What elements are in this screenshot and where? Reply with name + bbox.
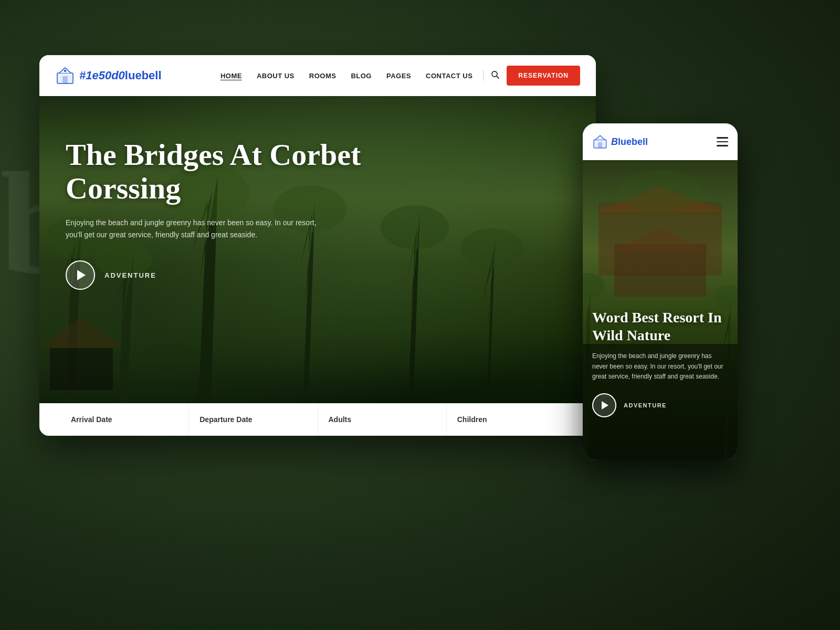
svg-rect-1	[62, 76, 68, 83]
hero-content: The Bridges At Corbet Corssing Enjoying …	[66, 138, 381, 290]
nav-item-about[interactable]: ABOUT US	[257, 71, 295, 80]
hero-title: The Bridges At Corbet Corssing	[66, 138, 381, 205]
mobile-hero-subtitle: Enjoying the beach and jungle greenry ha…	[592, 351, 728, 382]
play-button[interactable]	[66, 260, 95, 290]
svg-rect-13	[598, 142, 602, 148]
mobile-logo-blue: B	[611, 136, 618, 147]
nav-item-pages[interactable]: PAGES	[386, 71, 411, 80]
mobile-logo-rest: luebell	[618, 136, 648, 147]
logo-blue-letter: #1e50d0	[79, 69, 125, 82]
nav-divider	[483, 70, 484, 81]
adventure-label: ADVENTURE	[104, 271, 156, 279]
mobile-logo-text: Bluebell	[611, 136, 648, 148]
hamburger-menu[interactable]	[717, 137, 728, 146]
mobile-logo[interactable]: Bluebell	[592, 134, 648, 150]
mobile-hero-title: Word Best Resort In Wild Nature	[592, 309, 728, 344]
desktop-nav-links: HOME ABOUT US ROOMS BLOG PAGES CONTACT U…	[220, 71, 472, 80]
play-button-row: ADVENTURE	[66, 260, 381, 290]
children-field[interactable]: Children	[447, 403, 575, 436]
hamburger-line-3	[717, 145, 728, 146]
hero-subtitle: Enjoying the beach and jungle greenry ha…	[66, 217, 328, 242]
mobile-hero: Word Best Resort In Wild Nature Enjoying…	[583, 160, 738, 459]
logo-icon	[55, 66, 75, 86]
desktop-logo[interactable]: #1e50d0luebell	[55, 66, 162, 86]
search-icon[interactable]	[491, 70, 499, 81]
booking-bar: Arrival Date Departure Date Adults Child…	[39, 403, 596, 436]
svg-point-17	[714, 285, 738, 308]
nav-item-contact[interactable]: CONTACT US	[426, 71, 472, 80]
nav-link-blog[interactable]: BLOG	[351, 72, 372, 80]
reservation-button[interactable]: RESERVATION	[507, 66, 580, 86]
departure-date-field[interactable]: Departure Date	[189, 403, 318, 436]
desktop-mockup: #1e50d0luebell HOME ABOUT US ROOMS BLOG …	[39, 55, 596, 436]
hamburger-line-2	[717, 141, 728, 143]
play-icon	[77, 270, 86, 280]
desktop-hero: The Bridges At Corbet Corssing Enjoying …	[39, 96, 596, 436]
svg-line-4	[497, 76, 499, 78]
mobile-navbar: Bluebell	[583, 123, 738, 160]
mobile-play-icon	[602, 401, 608, 410]
nav-item-rooms[interactable]: ROOMS	[309, 71, 337, 80]
svg-point-16	[583, 273, 605, 299]
mobile-play-row: ADVENTURE	[592, 393, 728, 417]
desktop-navbar: #1e50d0luebell HOME ABOUT US ROOMS BLOG …	[39, 55, 596, 96]
logo-rest: luebell	[125, 69, 162, 82]
nav-link-pages[interactable]: PAGES	[386, 72, 411, 80]
nav-item-home[interactable]: HOME	[220, 71, 242, 80]
nav-link-contact[interactable]: CONTACT US	[426, 72, 472, 80]
nav-link-home[interactable]: HOME	[220, 72, 242, 80]
mobile-adventure-label: ADVENTURE	[624, 402, 667, 408]
desktop-logo-text: #1e50d0luebell	[79, 69, 162, 82]
hamburger-line-1	[717, 137, 728, 139]
adults-field[interactable]: Adults	[318, 403, 447, 436]
mobile-play-button[interactable]	[592, 393, 616, 417]
mobile-logo-icon	[592, 134, 608, 150]
nav-link-rooms[interactable]: ROOMS	[309, 72, 337, 80]
mobile-hero-content: Word Best Resort In Wild Nature Enjoying…	[592, 309, 728, 417]
mobile-mockup: Bluebell	[583, 123, 738, 459]
svg-point-2	[64, 70, 66, 72]
arrival-date-field[interactable]: Arrival Date	[60, 403, 189, 436]
nav-item-blog[interactable]: BLOG	[351, 71, 372, 80]
nav-link-about[interactable]: ABOUT US	[257, 72, 295, 80]
svg-point-18	[618, 171, 702, 213]
